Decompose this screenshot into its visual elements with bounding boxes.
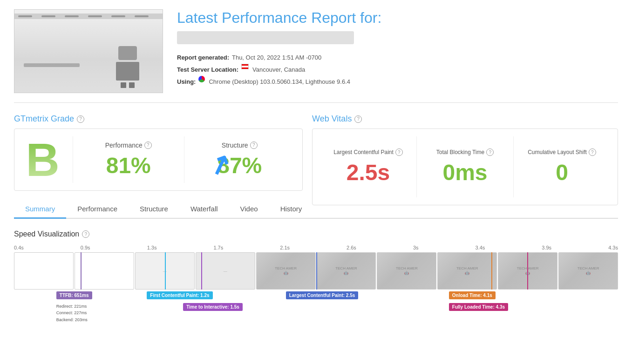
lcp-value: 2.5s <box>347 160 390 185</box>
report-generated-value: Thu, Oct 20, 2022 1:51 AM -0700 <box>232 52 321 64</box>
performance-value: 81% <box>106 153 151 178</box>
tl-7: 3.4s <box>476 245 485 250</box>
tbt-value: 0ms <box>442 160 487 185</box>
vitals-card: Largest Contentful Paint ? 2.5s Total Bl… <box>312 128 618 205</box>
gtmetrix-grade-title: GTmetrix Grade ? <box>14 114 303 124</box>
grade-letter: B <box>26 136 59 183</box>
milestone-bars: TTFB: 651ms Redirect: 221ms Connect: 227… <box>14 291 618 329</box>
speed-viz-title: Speed Visualization ? <box>14 230 618 238</box>
performance-metric: Performance ? 81% <box>73 136 184 183</box>
lcp-vline <box>316 252 317 290</box>
tl-6: 3s <box>413 245 419 250</box>
meta-row-using: Using: Chrome (Desktop) 103.0.5060.134, … <box>177 76 618 88</box>
web-vitals-help-icon[interactable]: ? <box>354 115 362 123</box>
connect-info: Connect: 227ms <box>56 310 88 316</box>
tl-4: 2.1s <box>280 245 290 250</box>
fully-loaded-bar: Fully Loaded Time: 4.3s <box>449 303 508 311</box>
gtmetrix-grade-label: GTmetrix Grade <box>14 114 74 124</box>
frame-8: TECH AMER🤖 <box>437 252 497 290</box>
backend-info: Backend: 203ms <box>56 317 88 323</box>
grade-letter-box: B <box>22 136 73 183</box>
tabs-list: Summary Performance Structure Waterfall … <box>14 200 618 218</box>
speed-viz-label: Speed Visualization <box>14 230 79 238</box>
page-wrapper: Latest Performance Report for: Report ge… <box>0 0 632 338</box>
onload-bar: Onload Time: 4.1s <box>449 291 496 299</box>
gtmetrix-grade-help-icon[interactable]: ? <box>77 115 84 123</box>
onload-vline <box>491 252 492 290</box>
meta-info: Report generated: Thu, Oct 20, 2022 1:51… <box>177 52 618 88</box>
structure-label: Structure ? <box>222 142 258 149</box>
tl-2: 1.3s <box>147 245 157 250</box>
frame-10: TECH AMER🤖 <box>558 252 618 290</box>
lcp-label: Largest Contentful Paint ? <box>333 148 403 156</box>
web-vitals-title: Web Vitals ? <box>312 114 618 124</box>
tab-structure[interactable]: Structure <box>129 200 179 219</box>
using-label: Using: <box>177 76 196 88</box>
tl-0: 0.4s <box>14 245 24 250</box>
gtmetrix-grade-box: GTmetrix Grade ? B Performance ? 81% <box>14 114 303 191</box>
tab-summary[interactable]: Summary <box>14 200 66 219</box>
tl-9: 4.3s <box>608 245 618 250</box>
tbt-vital: Total Blocking Time ? 0ms <box>416 136 513 197</box>
redirect-info: Redirect: 221ms <box>56 303 88 310</box>
cls-vital: Cumulative Layout Shift ? 0 <box>513 136 610 197</box>
frames-and-markers: — — TECH AMER🤖 TECH AMER🤖 TECH AMER🤖 TE <box>14 252 618 290</box>
frame-4: — <box>196 252 255 290</box>
speed-viz-help-icon[interactable]: ? <box>82 230 89 238</box>
report-url <box>177 31 354 44</box>
site-screenshot <box>14 9 163 93</box>
tl-5: 2.6s <box>347 245 356 250</box>
structure-help-icon[interactable]: ? <box>250 142 258 149</box>
web-vitals-label: Web Vitals <box>312 114 352 124</box>
tbt-help-icon[interactable]: ? <box>486 148 494 156</box>
grade-metrics: Performance ? 81% Structure ? 87% <box>73 136 295 183</box>
structure-metric: Structure ? 87% <box>184 136 295 183</box>
speed-section: Speed Visualization ? 0.4s 0.9s 1.3s 1.7… <box>14 230 618 329</box>
performance-help-icon[interactable]: ? <box>144 142 152 149</box>
server-location-value: Vancouver, Canada <box>252 64 305 76</box>
lcp-help-icon[interactable]: ? <box>395 148 403 156</box>
frame-2 <box>75 252 134 290</box>
web-vitals-box: Web Vitals ? Largest Contentful Paint ? … <box>312 114 618 191</box>
meta-row-server: Test Server Location: Vancouver, Canada <box>177 64 618 76</box>
frame-1 <box>14 252 74 290</box>
tabs-section: Summary Performance Structure Waterfall … <box>14 200 618 219</box>
report-generated-label: Report generated: <box>177 52 229 64</box>
report-title: Latest Performance Report for: <box>177 9 618 27</box>
timeline-labels: 0.4s 0.9s 1.3s 1.7s 2.1s 2.6s 3s 3.4s 3.… <box>14 245 618 250</box>
tab-history[interactable]: History <box>269 200 313 219</box>
frame-7: TECH AMER🤖 <box>377 252 436 290</box>
cls-label: Cumulative Layout Shift ? <box>528 148 596 156</box>
tl-8: 3.9s <box>542 245 551 250</box>
meta-row-generated: Report generated: Thu, Oct 20, 2022 1:51… <box>177 52 618 64</box>
header-info: Latest Performance Report for: Report ge… <box>177 9 618 88</box>
server-location-label: Test Server Location: <box>177 64 238 76</box>
canada-flag-icon <box>241 64 249 69</box>
ttfb-vline <box>81 252 82 290</box>
lcp-vital: Largest Contentful Paint ? 2.5s <box>320 136 416 197</box>
cls-help-icon[interactable]: ? <box>589 148 596 156</box>
ttfb-bar: TTFB: 651ms <box>56 291 92 299</box>
fcp-bar: First Contentful Paint: 1.2s <box>147 291 212 299</box>
lcp-bar: Largest Contentful Paint: 2.5s <box>286 291 359 299</box>
tab-performance[interactable]: Performance <box>66 200 129 219</box>
grades-section: GTmetrix Grade ? B Performance ? 81% <box>14 114 618 191</box>
performance-label: Performance ? <box>105 142 152 149</box>
cls-value: 0 <box>556 160 568 185</box>
grade-card: B Performance ? 81% Structure ? <box>14 128 303 191</box>
frame-6: TECH AMER🤖 <box>317 252 376 290</box>
tti-bar: Time to Interactive: 1.5s <box>183 303 243 311</box>
tab-video[interactable]: Video <box>229 200 269 219</box>
ttfb-sub-info: Redirect: 221ms Connect: 227ms Backend: … <box>56 303 88 323</box>
header-section: Latest Performance Report for: Report ge… <box>14 9 618 103</box>
tl-1: 0.9s <box>81 245 90 250</box>
tbt-label: Total Blocking Time ? <box>436 148 494 156</box>
tl-3: 1.7s <box>213 245 223 250</box>
tti-vline <box>201 252 202 290</box>
using-value: Chrome (Desktop) 103.0.5060.134, Lightho… <box>209 76 350 88</box>
tab-waterfall[interactable]: Waterfall <box>179 200 229 219</box>
frame-5: TECH AMER🤖 <box>256 252 316 290</box>
fcp-vline <box>165 252 166 290</box>
fully-vline <box>527 252 528 290</box>
chrome-icon <box>198 76 205 82</box>
